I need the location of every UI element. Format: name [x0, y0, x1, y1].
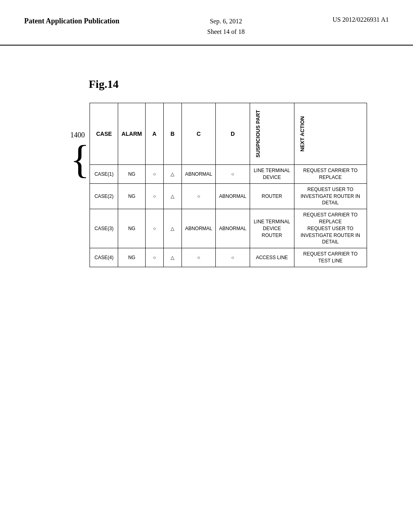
cell-c: ABNORMAL — [181, 165, 215, 184]
figure-area: Fig.14 1400 { CASE ALARM A — [0, 46, 413, 283]
col-header-alarm: ALARM — [118, 103, 146, 165]
col-header-next-action: NEXT ACTION — [294, 103, 367, 165]
patent-number: US 2012/0226931 A1 — [332, 16, 389, 23]
figure-label: Fig.14 — [89, 78, 119, 91]
col-header-case: CASE — [90, 103, 118, 165]
bracket-symbol: { — [70, 141, 90, 178]
cell-d: ○ — [216, 165, 250, 184]
col-header-c: C — [181, 103, 215, 165]
cell-a: ○ — [145, 183, 163, 209]
cell-c: ○ — [181, 183, 215, 209]
table-container: 1400 { CASE ALARM A B — [70, 103, 367, 267]
cell-case: CASE(4) — [90, 248, 118, 267]
table-row: CASE(2)NG○△○ABNORMALROUTERREQUEST USER T… — [90, 183, 367, 209]
col-header-a: A — [145, 103, 163, 165]
cell-a: ○ — [145, 165, 163, 184]
col-header-b: B — [163, 103, 181, 165]
cell-c: ○ — [181, 248, 215, 267]
cell-next_action: REQUEST CARRIER TO REPLACE REQUEST USER … — [294, 209, 367, 248]
cell-suspicious: ACCESS LINE — [250, 248, 294, 267]
cell-c: ABNORMAL — [181, 209, 215, 248]
cell-case: CASE(1) — [90, 165, 118, 184]
cell-suspicious: LINE TERMINAL DEVICE ROUTER — [250, 209, 294, 248]
cell-next_action: REQUEST USER TO INVESTIGATE ROUTER IN DE… — [294, 183, 367, 209]
table-row: CASE(4)NG○△○○ACCESS LINEREQUEST CARRIER … — [90, 248, 367, 267]
cell-b: △ — [163, 183, 181, 209]
data-table: CASE ALARM A B C D — [90, 103, 367, 267]
sheet-info: Sheet 14 of 18 — [207, 28, 245, 35]
table-row: CASE(1)NG○△ABNORMAL○LINE TERMINAL DEVICE… — [90, 165, 367, 184]
col-header-d: D — [216, 103, 250, 165]
cell-b: △ — [163, 248, 181, 267]
header-center: Sep. 6, 2012 Sheet 14 of 18 — [207, 16, 245, 37]
cell-next_action: REQUEST CARRIER TO REPLACE — [294, 165, 367, 184]
cell-suspicious: ROUTER — [250, 183, 294, 209]
cell-next_action: REQUEST CARRIER TO TEST LINE — [294, 248, 367, 267]
col-header-suspicious: SUSPICIOUS PART — [250, 103, 294, 165]
cell-alarm: NG — [118, 165, 146, 184]
cell-d: ABNORMAL — [216, 209, 250, 248]
publication-date: Sep. 6, 2012 — [210, 18, 242, 25]
cell-alarm: NG — [118, 183, 146, 209]
cell-suspicious: LINE TERMINAL DEVICE — [250, 165, 294, 184]
cell-b: △ — [163, 165, 181, 184]
cell-d: ○ — [216, 248, 250, 267]
cell-alarm: NG — [118, 209, 146, 248]
cell-a: ○ — [145, 209, 163, 248]
page-header: Patent Application Publication Sep. 6, 2… — [0, 0, 413, 46]
cell-a: ○ — [145, 248, 163, 267]
cell-alarm: NG — [118, 248, 146, 267]
table-header-row: CASE ALARM A B C D — [90, 103, 367, 165]
cell-case: CASE(2) — [90, 183, 118, 209]
table-row: CASE(3)NG○△ABNORMALABNORMALLINE TERMINAL… — [90, 209, 367, 248]
publication-title: Patent Application Publication — [24, 16, 119, 26]
cell-case: CASE(3) — [90, 209, 118, 248]
cell-b: △ — [163, 209, 181, 248]
cell-d: ABNORMAL — [216, 183, 250, 209]
